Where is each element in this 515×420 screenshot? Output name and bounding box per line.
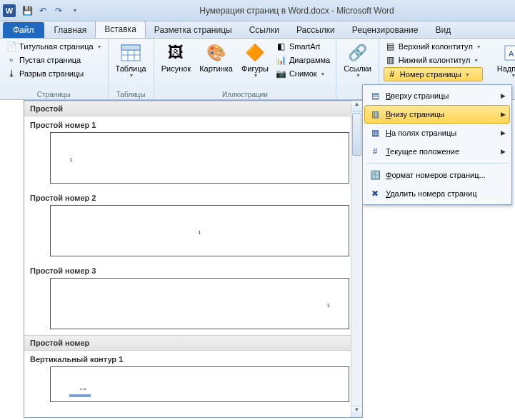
scroll-down-button[interactable]: ▼ bbox=[351, 406, 362, 417]
arrow-right-icon: ▶ bbox=[501, 111, 506, 118]
tab-layout[interactable]: Разметка страницы bbox=[146, 22, 241, 38]
current-position-icon: # bbox=[369, 145, 381, 158]
tab-home[interactable]: Главная bbox=[46, 22, 96, 38]
tab-file[interactable]: Файл bbox=[3, 22, 44, 38]
preview-key-icon: ⊶ bbox=[79, 385, 86, 393]
chart-label: Диаграмма bbox=[289, 56, 330, 64]
table-button[interactable]: Таблица ▼ bbox=[113, 40, 149, 89]
gallery-section-simple-number: Простой номер bbox=[24, 335, 362, 351]
preview-number: 1 bbox=[69, 156, 72, 163]
scroll-up-button[interactable]: ▲ bbox=[351, 101, 362, 112]
page-bottom-icon: ▥ bbox=[369, 108, 381, 121]
gallery-scrollbar[interactable]: ▲ ▼ bbox=[351, 101, 362, 417]
tab-mailings[interactable]: Рассылки bbox=[288, 22, 344, 38]
gallery-item-vert1-title: Вертикальный контур 1 bbox=[24, 351, 362, 366]
header-label: Верхний колонтитул bbox=[399, 42, 473, 51]
word-app-icon: W bbox=[3, 4, 16, 17]
screenshot-icon: 📷 bbox=[276, 68, 287, 79]
tab-review[interactable]: Рецензирование bbox=[344, 22, 427, 38]
chevron-down-icon: ▼ bbox=[474, 58, 479, 63]
tab-insert[interactable]: Вставка bbox=[95, 21, 146, 38]
menu-separator bbox=[366, 163, 509, 164]
menu-format-numbers[interactable]: 🔢 Формат номеров страниц... bbox=[364, 166, 510, 184]
group-tables-label: Таблицы bbox=[113, 89, 149, 99]
page-number-button[interactable]: # Номер страницы ▼ bbox=[384, 67, 483, 81]
title-page-label: Титульная страница bbox=[19, 42, 94, 51]
screenshot-button[interactable]: 📷 Снимок ▼ bbox=[274, 67, 331, 80]
shapes-icon: 🔶 bbox=[244, 41, 266, 64]
page-top-icon: ▤ bbox=[369, 89, 381, 102]
tab-view[interactable]: Вид bbox=[426, 22, 459, 38]
header-button[interactable]: ▤ Верхний колонтитул ▼ bbox=[384, 40, 483, 53]
page-number-gallery: Простой Простой номер 1 1 Простой номер … bbox=[24, 100, 363, 418]
menu-page-margins[interactable]: ▦ На полях страницы ▶ bbox=[364, 124, 510, 142]
chevron-down-icon: ▼ bbox=[356, 73, 361, 78]
table-icon bbox=[119, 41, 142, 64]
arrow-right-icon: ▶ bbox=[501, 129, 506, 136]
footer-button[interactable]: ▥ Нижний колонтитул ▼ bbox=[384, 54, 483, 66]
picture-button[interactable]: 🖼 Рисунок bbox=[159, 40, 194, 89]
redo-button[interactable]: ↷ bbox=[51, 4, 66, 18]
menu-bottom-of-page[interactable]: ▥ Внизу страницы ▶ bbox=[364, 105, 510, 124]
ribbon-tabs: Файл Главная Вставка Разметка страницы С… bbox=[0, 21, 515, 39]
gallery-item-simple3[interactable]: 1 bbox=[50, 278, 349, 329]
chart-icon: 📊 bbox=[276, 54, 287, 66]
menu-current-label: Текущее положение bbox=[386, 147, 496, 156]
undo-button[interactable]: ↶ bbox=[36, 4, 50, 18]
group-pages-label: Страницы bbox=[4, 89, 104, 99]
menu-remove-label: Удалить номера страниц bbox=[386, 189, 506, 198]
preview-number: 1 bbox=[198, 229, 201, 236]
group-illustrations-label: Иллюстрации bbox=[159, 89, 331, 99]
blank-page-icon: ▫ bbox=[6, 54, 17, 66]
chart-button[interactable]: 📊 Диаграмма bbox=[274, 54, 331, 66]
gallery-item-simple2[interactable]: 1 bbox=[50, 205, 349, 256]
page-number-menu: ▤ Вверху страницы ▶ ▥ Внизу страницы ▶ ▦… bbox=[362, 84, 512, 205]
preview-number: 1 bbox=[327, 302, 330, 309]
title-bar: W 💾 ↶ ↷ ▼ Нумерация страниц в Word.docx … bbox=[0, 0, 515, 21]
page-margins-icon: ▦ bbox=[369, 126, 381, 139]
clipart-icon: 🎨 bbox=[205, 41, 228, 64]
links-icon: 🔗 bbox=[346, 41, 369, 64]
blank-page-label: Пустая страница bbox=[19, 56, 81, 64]
qat-customize[interactable]: ▼ bbox=[67, 4, 81, 18]
page-break-icon: ⤓ bbox=[6, 68, 17, 79]
menu-current-position[interactable]: # Текущее положение ▶ bbox=[364, 142, 510, 161]
smartart-label: SmartArt bbox=[289, 42, 320, 51]
preview-bar bbox=[69, 394, 91, 397]
quick-access-toolbar: 💾 ↶ ↷ ▼ bbox=[20, 4, 81, 18]
menu-top-of-page[interactable]: ▤ Вверху страницы ▶ bbox=[364, 86, 510, 105]
gallery-section-simple: Простой bbox=[24, 101, 362, 116]
menu-remove-numbers[interactable]: ✖ Удалить номера страниц bbox=[364, 184, 510, 203]
gallery-item-simple1-title: Простой номер 1 bbox=[24, 116, 362, 132]
menu-bottom-label: Внизу страницы bbox=[386, 110, 496, 119]
links-label: Ссылки bbox=[344, 64, 371, 73]
menu-format-label: Формат номеров страниц... bbox=[386, 171, 506, 179]
shapes-label: Фигуры bbox=[241, 64, 269, 73]
gallery-item-simple1[interactable]: 1 bbox=[50, 132, 349, 184]
chevron-down-icon: ▼ bbox=[476, 44, 481, 49]
page-number-icon: # bbox=[386, 69, 398, 80]
menu-margins-label: На полях страницы bbox=[386, 129, 496, 137]
arrow-right-icon: ▶ bbox=[501, 148, 506, 155]
scroll-thumb[interactable] bbox=[352, 113, 361, 156]
blank-page-button[interactable]: ▫ Пустая страница bbox=[4, 54, 104, 66]
remove-numbers-icon: ✖ bbox=[369, 187, 381, 200]
smartart-button[interactable]: ◧ SmartArt bbox=[274, 40, 331, 53]
group-pages: 📄 Титульная страница ▼ ▫ Пустая страница… bbox=[0, 39, 109, 99]
gallery-item-simple3-title: Простой номер 3 bbox=[24, 262, 362, 278]
smartart-icon: ◧ bbox=[276, 41, 287, 52]
svg-rect-5 bbox=[121, 45, 140, 50]
save-button[interactable]: 💾 bbox=[20, 4, 34, 18]
page-break-button[interactable]: ⤓ Разрыв страницы bbox=[4, 67, 104, 80]
title-page-button[interactable]: 📄 Титульная страница ▼ bbox=[4, 40, 104, 53]
chevron-down-icon: ▼ bbox=[321, 71, 326, 76]
clipart-button[interactable]: 🎨 Картинка bbox=[196, 40, 236, 89]
shapes-button[interactable]: 🔶 Фигуры ▼ bbox=[239, 40, 271, 89]
footer-icon: ▥ bbox=[385, 54, 396, 66]
chevron-down-icon: ▼ bbox=[129, 73, 134, 78]
tab-references[interactable]: Ссылки bbox=[241, 22, 288, 38]
svg-text:A: A bbox=[509, 49, 514, 58]
gallery-item-vert1[interactable]: ⊶ bbox=[50, 366, 349, 402]
chevron-down-icon: ▼ bbox=[465, 72, 470, 77]
menu-top-label: Вверху страницы bbox=[386, 91, 496, 100]
